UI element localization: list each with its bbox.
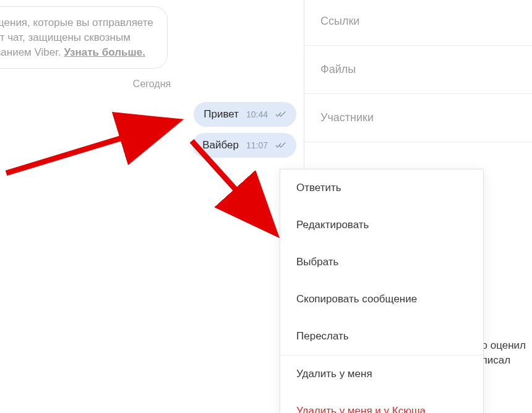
encryption-text-line1: бщения, которые вы отправляете bbox=[0, 17, 153, 28]
message-text: Вайбер bbox=[202, 139, 239, 151]
message-time: 11:07 bbox=[246, 140, 268, 150]
context-menu: Ответить Редактировать Выбрать Скопирова… bbox=[280, 169, 484, 413]
encryption-notice: бщения, которые вы отправляете тот чат, … bbox=[0, 6, 168, 69]
message-time: 10:44 bbox=[246, 109, 268, 119]
encryption-text-line3-pre: ованием Viber. bbox=[0, 46, 64, 58]
chat-area: бщения, которые вы отправляете тот чат, … bbox=[0, 0, 304, 413]
read-ticks-icon bbox=[275, 141, 286, 150]
message-row[interactable]: Привет 10:44 bbox=[194, 102, 296, 127]
read-ticks-icon bbox=[275, 110, 286, 119]
context-delete-all[interactable]: Удалить у меня и у Ксюша bbox=[280, 393, 483, 413]
context-forward[interactable]: Переслать bbox=[280, 318, 483, 355]
partial-text-line1: о оценил bbox=[482, 339, 526, 351]
context-delete-me[interactable]: Удалить у меня bbox=[280, 356, 483, 393]
partial-text-behind-menu: о оценил писал bbox=[482, 338, 526, 368]
encryption-text-line2: тот чат, защищены сквозным bbox=[0, 32, 131, 43]
learn-more-link[interactable]: Узнать больше. bbox=[64, 46, 145, 58]
side-section-links[interactable]: Ссылки bbox=[304, 0, 532, 46]
partial-text-line2: писал bbox=[482, 354, 511, 366]
context-select[interactable]: Выбрать bbox=[280, 244, 483, 281]
message-text: Привет bbox=[204, 108, 239, 121]
message-bubble[interactable]: Вайбер 11:07 bbox=[192, 133, 296, 158]
messages-container: Привет 10:44 Вайбер 11:07 bbox=[0, 102, 304, 158]
side-section-participants[interactable]: Участники bbox=[304, 94, 532, 142]
context-reply[interactable]: Ответить bbox=[280, 169, 483, 206]
side-section-files[interactable]: Файлы bbox=[304, 46, 532, 94]
side-section-label: Файлы bbox=[320, 63, 356, 75]
message-bubble[interactable]: Привет 10:44 bbox=[194, 102, 296, 127]
context-copy[interactable]: Скопировать сообщение bbox=[280, 281, 483, 318]
side-section-label: Ссылки bbox=[320, 15, 359, 27]
side-section-label: Участники bbox=[320, 111, 374, 124]
message-row[interactable]: Вайбер 11:07 bbox=[192, 133, 296, 158]
context-edit[interactable]: Редактировать bbox=[280, 206, 483, 244]
date-divider: Сегодня bbox=[0, 79, 304, 90]
